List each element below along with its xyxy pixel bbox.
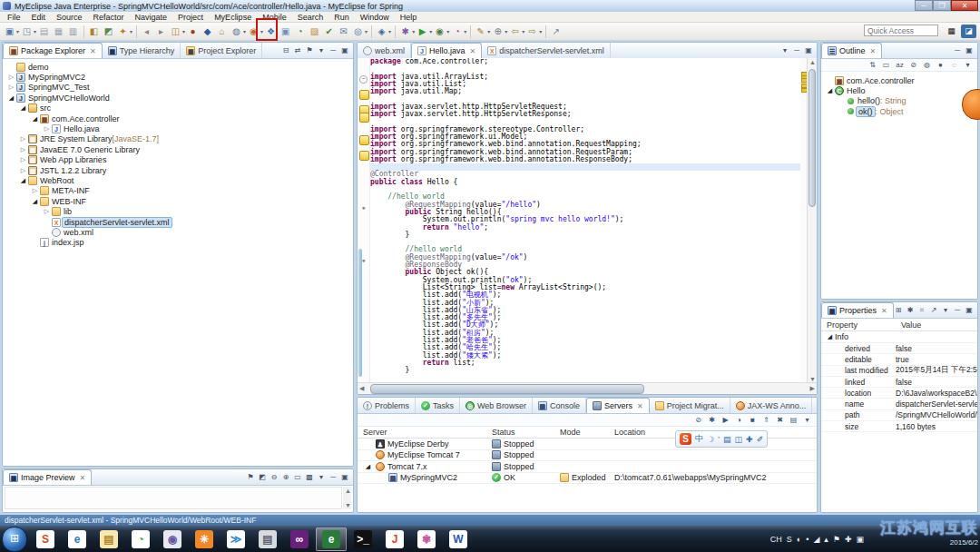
keyboard-icon[interactable]: ▤ [723, 435, 731, 444]
tab-properties[interactable]: ▦ Properties ✕ [821, 302, 894, 318]
notify-dot-icon[interactable]: • [806, 535, 808, 544]
explorer-item-web-xml[interactable]: web.xml [3, 227, 353, 237]
dropdown-arrow-icon[interactable]: ▾ [130, 28, 132, 34]
tab-tasks[interactable]: ✓Tasks [416, 398, 460, 413]
minimize-button[interactable]: ─ [915, 0, 933, 11]
outline-toolbar-icon[interactable]: ◌ [949, 61, 959, 69]
outline-toolbar-icon[interactable]: ◍ [922, 61, 932, 69]
save-button[interactable]: ▤ [37, 25, 51, 38]
expander-icon[interactable]: ◢ [30, 115, 40, 123]
explorer-item-hello-java[interactable]: ▷JHello.java [3, 123, 353, 133]
blue-project-button[interactable]: ◆ [201, 25, 214, 38]
server-row[interactable]: ◢Tomcat 7.xStopped [358, 461, 817, 473]
security-shield-icon[interactable]: ✚ [845, 535, 852, 544]
dropdown-arrow-icon[interactable]: ▾ [388, 28, 391, 34]
maximize-view-icon[interactable]: ▣ [340, 46, 349, 54]
view-menu-icon[interactable]: ▾ [317, 46, 326, 54]
dropdown-arrow-icon[interactable]: ▾ [446, 28, 449, 34]
image-preview-scrollbar[interactable]: ▲▼ [343, 487, 351, 509]
menu-search[interactable]: Search [292, 13, 329, 22]
taskbar-360-browser[interactable]: ◔ [125, 527, 156, 551]
menu-file[interactable]: File [2, 13, 26, 22]
taskbar-game-center[interactable]: ◉ [157, 527, 188, 551]
tab-project-migrat-[interactable]: Project Migrat... [650, 398, 730, 413]
expander-icon[interactable]: ▷ [42, 125, 52, 133]
network-icon[interactable]: ◢ [813, 535, 819, 544]
tab-hello-java[interactable]: JHello.java✕ [411, 43, 482, 58]
taskbar-java-app[interactable]: J [379, 527, 410, 551]
package-explorer-tree[interactable]: demo▷JMySpringMVC2▷JSpringMVC_Test◢JSpri… [3, 59, 353, 248]
tab-web-browser[interactable]: ◎Web Browser [460, 398, 533, 413]
forward-nav-button[interactable]: ▸ [154, 25, 168, 38]
quick-access-input[interactable] [864, 25, 938, 36]
tab-console[interactable]: ▤Console [533, 398, 586, 413]
collapse-all-icon[interactable]: ⊟ [281, 46, 290, 54]
save-all-button[interactable]: ▦ [52, 25, 65, 38]
minimize-view-icon[interactable]: ─ [328, 46, 338, 54]
expander-icon[interactable]: ▷ [42, 208, 52, 215]
back-nav-button[interactable]: ◂ [140, 25, 153, 38]
search-button[interactable]: ✎▾ [474, 25, 490, 38]
expander-icon[interactable]: ▷ [6, 74, 16, 81]
close-icon[interactable]: ✕ [80, 474, 86, 482]
dropdown-arrow-icon[interactable]: ▾ [365, 28, 368, 34]
servers-toolbar-icon[interactable]: ◑ [734, 416, 744, 424]
expander-icon[interactable]: ▷ [18, 146, 28, 153]
outline-toolbar-icon[interactable]: ▾ [963, 61, 973, 69]
open-perspective-icon[interactable]: ▦ [944, 25, 959, 38]
dropdown-arrow-icon[interactable]: ▾ [505, 28, 507, 34]
language-indicator[interactable]: CH [770, 535, 782, 544]
link-editor-icon[interactable]: ⇄ [293, 46, 302, 54]
servers-toolbar-icon[interactable]: ⇑ [761, 416, 771, 424]
server-row[interactable]: ▤MySpringMVC2✓OKExplodedD:\tomcat7.0.61\… [358, 473, 817, 485]
tab-project-explorer[interactable]: ▦Project Explorer [181, 43, 262, 58]
image-icon[interactable]: ◩ [258, 473, 267, 481]
explorer-item-web-inf[interactable]: ◢WEB-INF [3, 196, 353, 206]
explorer-item-com-ace-controller[interactable]: ◢▦com.Ace.controller [3, 113, 353, 123]
maximize-view-icon[interactable]: ▣ [340, 473, 349, 481]
maximize-button[interactable]: ❐ [933, 0, 951, 11]
property-row[interactable]: linkedfalse [821, 377, 977, 388]
myeclipse-explorer-button[interactable]: ◧ [87, 25, 101, 38]
servers-toolbar-icon[interactable]: ▶ [720, 416, 730, 424]
servers-toolbar-icon[interactable]: ▤ [789, 416, 799, 424]
servers-toolbar-icon[interactable]: ■ [748, 416, 758, 424]
taskbar-xunlei[interactable]: ≫ [220, 527, 251, 551]
servers-toolbar-icon[interactable]: ✖ [775, 416, 785, 424]
print-button[interactable]: ▥ [66, 25, 80, 38]
maximize-view-icon[interactable]: ▣ [965, 46, 974, 54]
tab-web-xml[interactable]: web.xml [358, 43, 411, 58]
skin-icon[interactable]: ✚ [746, 435, 753, 444]
explorer-item-javaee-7-0-generic-library[interactable]: ▷▤JavaEE 7.0 Generic Library [3, 144, 353, 154]
link-editor-button[interactable]: ↗ [549, 25, 563, 38]
validate-button[interactable]: ✔ [322, 25, 336, 38]
debug-button[interactable]: ◉▾ [433, 25, 449, 38]
tab-problems[interactable]: !Problems [358, 398, 416, 413]
view-menu-icon[interactable]: ▾ [780, 46, 789, 54]
properties-toolbar-icon[interactable]: ⌗ [917, 306, 926, 315]
view-menu-icon[interactable]: ▾ [317, 473, 326, 481]
menu-myeclipse[interactable]: MyEclipse [209, 13, 257, 22]
server-run-button[interactable]: ▣ [279, 25, 292, 38]
tools-icon[interactable]: ✐ [757, 435, 764, 444]
column-header-value[interactable]: Value [896, 320, 921, 330]
dropdown-arrow-icon[interactable]: ▾ [522, 28, 524, 34]
explorer-item-webroot[interactable]: ◢WebRoot [3, 175, 353, 185]
properties-toolbar-icon[interactable]: ─ [953, 306, 962, 314]
outline-tree[interactable]: ▦com.Ace.controller◢CHellohello() : Stri… [821, 72, 977, 117]
taskbar-notepad[interactable]: ▤ [252, 527, 283, 551]
dropdown-arrow-icon[interactable]: ▾ [487, 28, 490, 34]
expander-icon[interactable]: ◢ [18, 177, 28, 184]
outline-item-hello-[interactable]: hello() : String [821, 96, 977, 106]
servers-toolbar-icon[interactable]: ▾ [802, 416, 812, 424]
servers-toolbar-icon[interactable]: ✱ [707, 416, 717, 424]
dropdown-arrow-icon[interactable]: ▾ [243, 28, 246, 34]
sogou-tray-icon[interactable]: S [787, 535, 792, 544]
explorer-item-jre-system-library[interactable]: ▷▤JRE System Library [JavaSE-1.7] [3, 134, 353, 144]
expander-icon[interactable]: ◢ [18, 104, 28, 112]
run-tool-button[interactable]: ✦▾ [116, 25, 132, 38]
explorer-item-lib[interactable]: ▷lib [3, 206, 353, 216]
outline-toolbar-icon[interactable]: ⊘ [908, 61, 918, 69]
close-icon[interactable]: ✕ [90, 47, 96, 55]
outline-item-ok-[interactable]: ok() : Object [821, 106, 977, 116]
